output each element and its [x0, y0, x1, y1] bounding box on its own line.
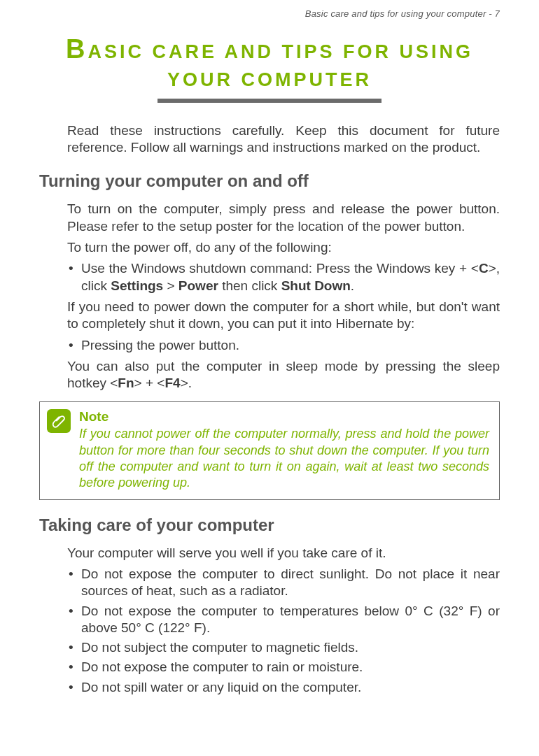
- key-f4: F4: [164, 376, 180, 390]
- note-box: Note If you cannot power off the compute…: [39, 401, 500, 499]
- body-block: Read these instructions carefully. Keep …: [39, 122, 500, 157]
- section1-list-2: Pressing the power button.: [67, 337, 500, 354]
- list-item: Do not subject the computer to magnetic …: [67, 639, 500, 656]
- section1-p1: To turn on the computer, simply press an…: [67, 201, 500, 235]
- chapter-title-rest: ASIC CARE AND TIPS FOR USING YOUR COMPUT…: [88, 41, 473, 90]
- section2-p1: Your computer will serve you well if you…: [67, 545, 500, 562]
- section1-p2: To turn the power off, do any of the fol…: [67, 239, 500, 256]
- bold-power: Power: [178, 278, 218, 293]
- list-item: Pressing the power button.: [67, 337, 500, 354]
- running-header: Basic care and tips for using your compu…: [39, 8, 500, 19]
- chapter-title-dropcap: B: [66, 34, 88, 64]
- bold-shutdown: Shut Down: [281, 278, 351, 293]
- note-body: If you cannot power off the computer nor…: [79, 426, 489, 490]
- bold-settings: Settings: [111, 278, 163, 293]
- section1-p4: You can also put the computer in sleep m…: [67, 358, 500, 392]
- list-item: Do not expose the computer to rain or mo…: [67, 659, 500, 676]
- section-heading-care: Taking care of your computer: [39, 515, 500, 535]
- list-item: Do not expose the computer to temperatur…: [67, 603, 500, 637]
- intro-paragraph: Read these instructions carefully. Keep …: [67, 122, 500, 157]
- section1-list-1: Use the Windows shutdown command: Press …: [67, 260, 500, 294]
- list-item: Do not expose the computer to direct sun…: [67, 566, 500, 600]
- paperclip-icon: [51, 413, 66, 429]
- section1-body: To turn on the computer, simply press an…: [39, 201, 500, 499]
- section2-body: Your computer will serve you well if you…: [39, 545, 500, 697]
- li-text: .: [351, 278, 354, 293]
- section-heading-turning: Turning your computer on and off: [39, 171, 500, 191]
- key-c: C: [479, 261, 489, 276]
- p4-post: >.: [181, 376, 192, 390]
- section1-p3: If you need to power down the computer f…: [67, 299, 500, 333]
- note-icon: [47, 409, 71, 433]
- note-title: Note: [79, 409, 489, 425]
- list-item: Do not spill water or any liquid on the …: [67, 679, 500, 696]
- li-text: then click: [218, 278, 281, 293]
- document-page: Basic care and tips for using your compu…: [0, 0, 539, 756]
- title-rule: [158, 99, 382, 103]
- key-fn: Fn: [118, 376, 134, 390]
- p4-mid: > + <: [134, 376, 165, 390]
- list-item: Use the Windows shutdown command: Press …: [67, 260, 500, 294]
- chapter-title: BASIC CARE AND TIPS FOR USING YOUR COMPU…: [39, 31, 500, 93]
- section2-list: Do not expose the computer to direct sun…: [67, 566, 500, 696]
- li-text: >: [163, 278, 178, 293]
- li-text: Use the Windows shutdown command: Press …: [81, 261, 479, 276]
